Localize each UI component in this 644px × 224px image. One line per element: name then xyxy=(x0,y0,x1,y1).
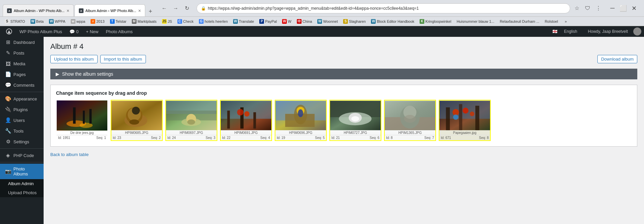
svg-point-54 xyxy=(470,111,475,116)
bookmark-wppa2[interactable]: w wppa xyxy=(69,18,87,24)
bookmark-check[interactable]: C Check xyxy=(175,18,196,24)
forward-button[interactable]: → xyxy=(171,4,180,13)
bookmark-relax-label: Relaxfauteuil Durham ... xyxy=(500,19,539,23)
browser-tab-2[interactable]: A Album Admin ‹ WP Photo Alb... × xyxy=(74,4,146,16)
bookmark-relax[interactable]: Relaxfauteuil Durham ... xyxy=(498,19,541,24)
admin-bar-left: WP Photo Album Plus 💬 0 + New Photo Albu… xyxy=(3,26,547,37)
photo-item-2[interactable]: HPIM0685.JPG Id: 23 Seq: 2 xyxy=(111,100,163,141)
svg-point-15 xyxy=(129,120,139,125)
tab2-close[interactable]: × xyxy=(138,8,141,13)
bookmark-slagharen[interactable]: S Slagharen xyxy=(341,18,368,24)
upload-to-album-button[interactable]: Upload to this album xyxy=(50,55,98,63)
bookmark-telstar[interactable]: T Telstar xyxy=(108,18,128,24)
browser-tab-1[interactable]: A Album Admin - WP Photo Alb... × xyxy=(3,4,74,16)
sidebar-item-dashboard[interactable]: ⊞ Dashboard xyxy=(0,37,44,48)
comments-icon: 💬 xyxy=(5,82,11,88)
admin-bar-new[interactable]: + New xyxy=(83,26,102,37)
photo-id-6: Id: 21 xyxy=(331,136,340,140)
paypal-favicon: P xyxy=(259,19,264,24)
bookmark-woonnet[interactable]: W Woonnet xyxy=(315,18,340,24)
svg-text:A: A xyxy=(8,9,10,12)
sidebar-separator-2 xyxy=(0,148,44,149)
bookmark-2013-label: 2013 xyxy=(96,19,104,23)
accordion-header[interactable]: ▶ Show the album settings xyxy=(50,69,637,79)
new-tab-button[interactable]: + xyxy=(146,7,155,16)
admin-bar-photo-albums[interactable]: Photo Albums xyxy=(102,26,136,37)
bookmark-button[interactable]: ☆ xyxy=(572,4,582,13)
back-to-album-table-link[interactable]: Back to album table xyxy=(50,152,89,157)
wp-layout: ⊞ Dashboard ✎ Posts 🖼 Media 📄 Pages 💬 Co… xyxy=(0,37,644,224)
sidebar-item-pages[interactable]: 📄 Pages xyxy=(0,69,44,80)
photo-thumb-6 xyxy=(330,100,381,131)
photo-item-6[interactable]: HPIM0727.JPG Id: 21 Seq: 6 xyxy=(329,100,381,141)
language-selector[interactable]: 🏴󠁧󠁢󠁥󠁮󠁧󠁿 English xyxy=(547,29,583,34)
sidebar-item-php-code[interactable]: ◈ PHP Code xyxy=(0,150,44,161)
svg-point-28 xyxy=(244,111,250,117)
bookmark-kringloop-label: Kringloopwinkel xyxy=(425,19,451,23)
sidebar-item-tools[interactable]: 🔧 Tools xyxy=(0,126,44,136)
bookmark-js[interactable]: JS JS xyxy=(160,18,174,24)
sidebar-item-posts[interactable]: ✎ Posts xyxy=(0,48,44,58)
bookmark-2013[interactable]: 2 2013 xyxy=(89,18,106,24)
bookmark-huisnummer[interactable]: Huisnummer blauw 1... xyxy=(454,19,496,24)
sidebar-label-pages: Pages xyxy=(13,72,26,77)
photo-item-3[interactable]: HPIM0697.JPG Id: 24 Seq: 3 xyxy=(165,100,217,141)
photo-seq-3: Seq: 3 xyxy=(206,136,215,140)
bookmark-w[interactable]: W W xyxy=(280,18,293,24)
sidebar-item-settings[interactable]: ⚙ Settings xyxy=(0,136,44,147)
photo-thumb-3 xyxy=(166,100,217,131)
bookmark-hotels[interactable]: G hotels heerlen xyxy=(197,18,230,24)
bookmark-wppa[interactable]: W WPPA xyxy=(47,18,67,24)
address-input[interactable] xyxy=(208,6,566,11)
bookmark-strato[interactable]: S STRATO xyxy=(3,18,27,24)
svg-rect-9 xyxy=(83,110,85,124)
sidebar-item-plugins[interactable]: 🔌 Plugins xyxy=(0,104,44,115)
photo-id-2: Id: 23 xyxy=(113,136,121,140)
reload-button[interactable]: ↻ xyxy=(182,4,192,13)
tab1-close[interactable]: × xyxy=(66,8,69,13)
bookmark-rolstoel[interactable]: Rolstoel xyxy=(543,19,560,24)
bookmark-marktplaats[interactable]: M Marktplaats xyxy=(130,18,159,24)
sidebar-item-photo-albums[interactable]: 📷 Photo Albums xyxy=(0,164,44,179)
admin-bar-site[interactable]: WP Photo Album Plus xyxy=(16,26,65,37)
svg-point-29 xyxy=(237,109,244,116)
sidebar-label-media: Media xyxy=(13,61,25,66)
sidebar-label-posts: Posts xyxy=(13,51,24,56)
bookmarks-more-button[interactable]: » xyxy=(563,19,569,24)
sidebar-item-appearance[interactable]: 🎨 Appearance xyxy=(0,93,44,104)
howdy-label[interactable]: Howdy, Jaap Breetvelt xyxy=(585,29,631,34)
admin-bar-comments[interactable]: 💬 0 xyxy=(66,26,82,37)
tools-icon: 🔧 xyxy=(5,128,11,134)
photo-item-7[interactable]: HPIM1365.JPG Id: 8 Seq: 7 xyxy=(384,100,436,141)
bookmark-china[interactable]: 中 China xyxy=(295,18,314,24)
bookmark-paypal[interactable]: P PayPal xyxy=(257,18,279,24)
photo-item-8[interactable]: Papegaaien.jpg Id: 671 Seq: 8 xyxy=(439,100,491,141)
photo-item-4[interactable]: HPIM0691.JPG Id: 22 Seq: 4 xyxy=(220,100,272,141)
more-button[interactable]: ⋮ xyxy=(594,4,603,13)
maximize-button[interactable]: ⬜ xyxy=(619,4,628,13)
import-to-album-button[interactable]: Import to this album xyxy=(100,55,146,63)
bookmark-beta[interactable]: W Beta xyxy=(29,18,46,24)
photo-item-1[interactable]: De drie jees.jpg Id: 1951 Seq: 1 xyxy=(56,100,108,141)
bookmark-china-label: China xyxy=(303,19,312,23)
sidebar-item-media[interactable]: 🖼 Media xyxy=(0,58,44,69)
posts-icon: ✎ xyxy=(5,50,11,56)
download-album-button[interactable]: Download album xyxy=(597,55,637,63)
sidebar-item-comments[interactable]: 💬 Comments xyxy=(0,80,44,90)
extension-button[interactable]: 🛡 xyxy=(583,4,592,13)
photo-item-5[interactable]: HPIM0696.JPG Id: 19 Seq: 5 xyxy=(275,100,327,141)
sidebar-item-users[interactable]: 👤 Users xyxy=(0,115,44,126)
photo-info-1: Id: 1951 Seq: 1 xyxy=(57,135,107,140)
bookmark-block-editor[interactable]: W Block Editor Handbook xyxy=(369,18,416,24)
admin-bar-wp-logo[interactable] xyxy=(3,26,15,37)
sidebar-submenu-album-admin[interactable]: Album Admin xyxy=(0,179,44,188)
back-button[interactable]: ← xyxy=(160,4,169,13)
minimize-button[interactable]: ─ xyxy=(608,4,617,13)
close-window-button[interactable]: ✕ xyxy=(629,4,639,13)
bookmark-translate[interactable]: W Translate xyxy=(231,18,256,24)
bookmark-kringloop[interactable]: K Kringloopwinkel xyxy=(418,18,453,24)
sidebar-submenu-upload-photos[interactable]: Upload Photos xyxy=(0,188,44,197)
bookmark-marktplaats-label: Marktplaats xyxy=(138,19,157,23)
photo-info-8: Id: 671 Seq: 8 xyxy=(439,135,490,140)
users-icon: 👤 xyxy=(5,118,11,123)
